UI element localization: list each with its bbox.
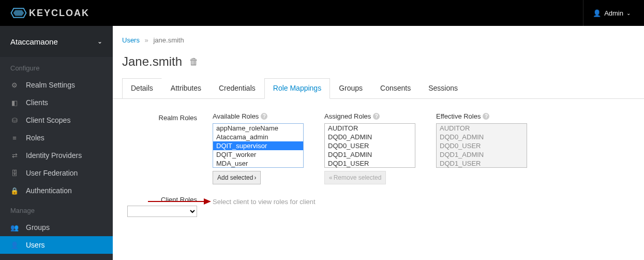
- sidebar-item-clients[interactable]: ◧Clients: [0, 94, 113, 111]
- client-select[interactable]: [127, 206, 197, 217]
- realm-roles-label: Realm Roles: [122, 112, 213, 122]
- available-roles-listbox[interactable]: appName_roleNameAtaccama_adminDQIT_super…: [213, 123, 304, 168]
- user-label: Admin: [604, 9, 623, 17]
- role-option[interactable]: MDA_user: [213, 159, 303, 168]
- tab-credentials[interactable]: Credentials: [210, 78, 264, 99]
- cube-icon: ◧: [10, 99, 19, 107]
- role-option[interactable]: DQIT_worker: [213, 150, 303, 159]
- user-icon: 👤: [10, 241, 19, 249]
- tab-consents[interactable]: Consents: [371, 78, 420, 99]
- sliders-icon: ⚙: [10, 81, 19, 89]
- role-option: AUDITOR: [437, 124, 527, 133]
- role-option: DQD1_ADMIN: [437, 150, 527, 159]
- brand-logo[interactable]: KEYCLOAK: [9, 7, 89, 19]
- list-icon: ≡: [10, 134, 19, 142]
- realm-name: Ataccamaone: [10, 37, 58, 46]
- available-roles-label: Available Roles: [213, 112, 259, 120]
- realm-selector[interactable]: Ataccamaone ⌄: [0, 26, 113, 57]
- user-menu[interactable]: 👤 Admin ⌄: [583, 0, 635, 26]
- client-roles-hint: Select client to view roles for client: [213, 196, 316, 206]
- role-option: DQD0_ADMIN: [437, 133, 527, 141]
- topbar: KEYCLOAK 👤 Admin ⌄: [0, 0, 644, 26]
- chevron-right-icon: ›: [254, 174, 256, 181]
- page-title: Jane.smith: [122, 54, 182, 69]
- assigned-roles-listbox[interactable]: AUDITORDQD0_ADMINDQD0_USERDQD1_ADMINDQD1…: [324, 123, 415, 168]
- role-option[interactable]: DQD0_ADMIN: [325, 133, 415, 141]
- breadcrumb: Users » jane.smith: [113, 26, 644, 49]
- scopes-icon: ⛁: [10, 117, 19, 124]
- sidebar-item-client-scopes[interactable]: ⛁Client Scopes: [0, 111, 113, 129]
- breadcrumb-root[interactable]: Users: [122, 36, 140, 44]
- role-option[interactable]: Ataccama_admin: [213, 133, 303, 141]
- breadcrumb-current: jane.smith: [153, 36, 184, 44]
- role-option: DQD1_USER: [437, 159, 527, 168]
- trash-icon: 🗑: [189, 56, 199, 67]
- sidebar-item-authentication[interactable]: 🔒Authentication: [0, 182, 113, 199]
- help-icon[interactable]: ?: [483, 113, 489, 120]
- section-manage-label: Manage: [0, 199, 113, 219]
- sidebar: Ataccamaone ⌄ Configure ⚙Realm Settings◧…: [0, 26, 113, 260]
- tab-details[interactable]: Details: [122, 78, 162, 99]
- sidebar-item-user-federation[interactable]: 🗄User Federation: [0, 164, 113, 182]
- tab-attributes[interactable]: Attributes: [162, 78, 210, 99]
- db-icon: 🗄: [10, 169, 19, 177]
- sidebar-item-identity-providers[interactable]: ⇄Identity Providers: [0, 147, 113, 164]
- role-option[interactable]: DQIT_supervisor: [213, 141, 303, 150]
- sidebar-item-roles[interactable]: ≡Roles: [0, 129, 113, 147]
- main-content: Users » jane.smith Jane.smith 🗑 DetailsA…: [113, 26, 644, 260]
- effective-roles-label: Effective Roles: [436, 112, 481, 120]
- effective-roles-listbox: AUDITORDQD0_ADMINDQD0_USERDQD1_ADMINDQD1…: [436, 123, 527, 168]
- role-option[interactable]: DQD1_ADMIN: [325, 150, 415, 159]
- tab-groups[interactable]: Groups: [330, 78, 371, 99]
- client-roles-label: Client Roles: [122, 196, 197, 206]
- swap-icon: ⇄: [10, 152, 19, 160]
- breadcrumb-sep: »: [145, 36, 148, 44]
- tab-role-mappings[interactable]: Role Mappings: [264, 78, 330, 99]
- role-option[interactable]: DQD0_USER: [325, 141, 415, 150]
- svg-marker-1: [13, 10, 24, 16]
- chevron-down-icon: ⌄: [97, 38, 102, 45]
- add-selected-button[interactable]: Add selected ›: [213, 171, 261, 184]
- user-icon: 👤: [593, 9, 601, 17]
- tab-sessions[interactable]: Sessions: [420, 78, 467, 99]
- section-configure-label: Configure: [0, 57, 113, 76]
- help-icon[interactable]: ?: [261, 113, 267, 120]
- sidebar-item-realm-settings[interactable]: ⚙Realm Settings: [0, 76, 113, 94]
- remove-selected-button[interactable]: « Remove selected: [324, 171, 386, 184]
- chevron-down-icon: ⌄: [626, 10, 631, 16]
- role-option[interactable]: appName_roleName: [213, 124, 303, 133]
- sidebar-item-users[interactable]: 👤Users: [0, 236, 113, 254]
- delete-user-button[interactable]: 🗑: [189, 56, 199, 67]
- sidebar-item-groups[interactable]: 👥Groups: [0, 219, 113, 236]
- role-option: DQD0_USER: [437, 141, 527, 150]
- tabs: DetailsAttributesCredentialsRole Mapping…: [113, 78, 644, 99]
- keycloak-logo-icon: [9, 7, 28, 19]
- brand-text: KEYCLOAK: [29, 8, 89, 19]
- lock-icon: 🔒: [10, 187, 19, 195]
- assigned-roles-label: Assigned Roles: [324, 112, 371, 120]
- chevron-left-icon: «: [329, 174, 333, 181]
- role-option[interactable]: DQD1_USER: [325, 159, 415, 168]
- help-icon[interactable]: ?: [373, 113, 380, 120]
- role-option[interactable]: AUDITOR: [325, 124, 415, 133]
- group-icon: 👥: [10, 224, 19, 232]
